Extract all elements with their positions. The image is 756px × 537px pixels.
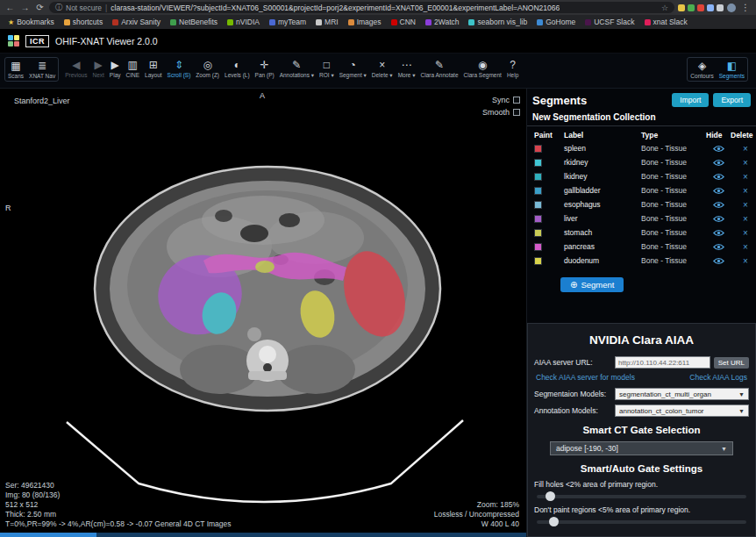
toolbar-button-zoom[interactable]: ◎Zoom (Z) — [193, 57, 222, 80]
eye-icon[interactable] — [706, 215, 731, 223]
bookmark-item[interactable]: NetBenefits — [170, 18, 218, 26]
ct-viewport[interactable]: Stanford2_Liver A R Sync Smooth Ser: 496… — [0, 89, 526, 537]
profile-avatar[interactable] — [727, 4, 736, 12]
toolbar-button-pan[interactable]: ✛Pan (P) — [253, 57, 277, 80]
bookmark-item[interactable]: shortcuts — [64, 18, 103, 26]
dont-paint-slider[interactable] — [537, 520, 746, 524]
import-button[interactable]: Import — [672, 93, 709, 107]
toolbar-button-xnat-nav[interactable]: ≣XNAT Nav — [26, 58, 58, 81]
cine-scrollbar-handle[interactable] — [0, 533, 96, 537]
paint-swatch[interactable] — [534, 243, 542, 251]
bookmark-item[interactable]: xnat Slack — [645, 18, 688, 26]
toolbar-button-annotations[interactable]: ✎Annotations ▾ — [277, 57, 317, 81]
toolbar-button-clara-segment[interactable]: ◉Clara Segment — [461, 57, 504, 80]
extension-icon[interactable] — [688, 4, 695, 11]
paint-swatch[interactable] — [534, 145, 542, 153]
sync-checkbox[interactable] — [513, 97, 520, 104]
paint-swatch[interactable] — [534, 257, 542, 265]
browser-menu-icon[interactable]: ⋮ — [739, 3, 752, 12]
fill-holes-slider-handle[interactable] — [546, 491, 555, 501]
toolbar-button-more[interactable]: ⋯More ▾ — [396, 57, 418, 81]
bookmark-item[interactable]: 2Watch — [425, 18, 460, 26]
delete-segment-icon[interactable]: × — [731, 214, 756, 224]
eye-icon[interactable] — [706, 145, 731, 153]
eye-icon[interactable] — [706, 201, 731, 209]
address-bar[interactable]: ⓘ Not secure | clarasa-station/VIEWER/?s… — [49, 2, 674, 13]
extension-icon[interactable] — [697, 4, 704, 11]
toolbar-button-next[interactable]: ▶Next — [89, 57, 106, 80]
paint-swatch[interactable] — [534, 173, 542, 181]
toolbar-button-label: Help — [507, 72, 518, 78]
server-url-input[interactable] — [615, 356, 710, 369]
toolbar-button-cine[interactable]: ▥CINE — [124, 57, 143, 80]
reload-icon[interactable]: ⟳ — [34, 0, 46, 15]
bookmark-item[interactable]: nVIDIA — [227, 18, 260, 26]
cine-scrollbar[interactable] — [0, 533, 526, 537]
forward-icon[interactable]: → — [19, 0, 31, 15]
toolbar-button-help[interactable]: ?Help — [504, 57, 521, 80]
delete-segment-icon[interactable]: × — [731, 144, 756, 154]
eye-icon[interactable] — [706, 257, 731, 265]
bookmarks-bar: ★BookmarksshortcutsArxiv SanityNetBenefi… — [0, 15, 756, 29]
toolbar-button-clara-annotate[interactable]: ✎Clara Annotate — [418, 57, 461, 80]
eye-icon[interactable] — [706, 173, 731, 181]
bookmark-star-icon[interactable]: ☆ — [661, 4, 668, 12]
toolbar-button-scroll[interactable]: ⇕Scroll (S) — [165, 57, 194, 80]
bookmark-label: UCSF Slack — [594, 18, 634, 26]
toolbar-button-play[interactable]: ▶Play — [107, 57, 124, 80]
bookmark-label: GoHome — [546, 18, 575, 26]
paint-swatch[interactable] — [534, 229, 542, 237]
delete-segment-icon[interactable]: × — [731, 256, 756, 266]
paint-swatch[interactable] — [534, 159, 542, 167]
eye-icon[interactable] — [706, 187, 731, 195]
extension-icon[interactable] — [717, 4, 724, 11]
toolbar-button-scans[interactable]: ▦Scans — [5, 58, 26, 81]
gate-select[interactable]: adipose [-190, -30] ▼ — [550, 441, 733, 455]
bookmark-item[interactable]: GoHome — [537, 18, 575, 26]
extension-icon[interactable] — [678, 4, 685, 11]
export-button[interactable]: Export — [713, 93, 751, 107]
bookmark-item[interactable]: Images — [348, 18, 382, 26]
bookmark-item[interactable]: CNN — [391, 18, 416, 26]
toolbar-button-segment[interactable]: ◔Segment ▾ — [337, 57, 369, 81]
delete-segment-icon[interactable]: × — [731, 158, 756, 168]
extension-icon[interactable] — [707, 4, 714, 11]
toolbar-button-previous[interactable]: ◀Previous — [62, 57, 89, 80]
bookmark-item[interactable]: seaborn vis_lib — [468, 18, 527, 26]
bookmark-item[interactable]: Arxiv Sanity — [112, 18, 160, 26]
eye-icon[interactable] — [706, 159, 731, 167]
eye-icon[interactable] — [706, 229, 731, 237]
segment-button-label: Segment — [581, 280, 614, 290]
toolbar-button-roi[interactable]: □ROI ▾ — [317, 57, 337, 81]
delete-segment-icon[interactable]: × — [731, 228, 756, 238]
eye-icon[interactable] — [706, 243, 731, 251]
toolbar-button-contours[interactable]: ◈Contours — [688, 58, 716, 81]
toolbar-button-segments[interactable]: ◧Segments — [717, 58, 747, 81]
paint-swatch[interactable] — [534, 215, 542, 223]
paint-swatch[interactable] — [534, 187, 542, 195]
bookmark-item[interactable]: MRI — [316, 18, 339, 26]
dont-paint-slider-handle[interactable] — [549, 517, 559, 526]
delete-segment-icon[interactable]: × — [731, 200, 756, 210]
bookmark-item[interactable]: myTeam — [269, 18, 306, 26]
paint-swatch[interactable] — [534, 201, 542, 209]
delete-segment-icon[interactable]: × — [731, 186, 756, 196]
segmentation-model-select[interactable]: segmentation_ct_multi_organ ▼ — [615, 388, 749, 400]
app-header: ICR OHIF-XNAT Viewer 2.0.0 — [0, 29, 756, 54]
set-url-button[interactable]: Set URL — [714, 357, 749, 369]
toolbar-button-delete[interactable]: ×Delete ▾ — [369, 57, 396, 81]
segment-button[interactable]: ⊕ Segment — [560, 277, 624, 292]
back-icon[interactable]: ← — [4, 0, 16, 15]
fill-holes-slider[interactable] — [537, 495, 746, 498]
toolbar-button-layout[interactable]: ⊞Layout — [142, 57, 165, 80]
toolbar-button-levels[interactable]: ◐Levels (L) — [222, 57, 253, 80]
site-info-icon[interactable]: ⓘ — [55, 3, 62, 12]
annotation-model-select[interactable]: annotation_ct_colon_tumor ▼ — [615, 405, 749, 417]
check-logs-link[interactable]: Check AIAA Logs — [689, 373, 747, 382]
delete-segment-icon[interactable]: × — [731, 242, 756, 252]
smooth-checkbox[interactable] — [513, 109, 520, 116]
bookmark-item[interactable]: UCSF Slack — [585, 18, 634, 26]
bookmark-item[interactable]: ★Bookmarks — [8, 18, 54, 26]
check-models-link[interactable]: Check AIAA server for models — [536, 373, 635, 382]
delete-segment-icon[interactable]: × — [731, 172, 756, 182]
